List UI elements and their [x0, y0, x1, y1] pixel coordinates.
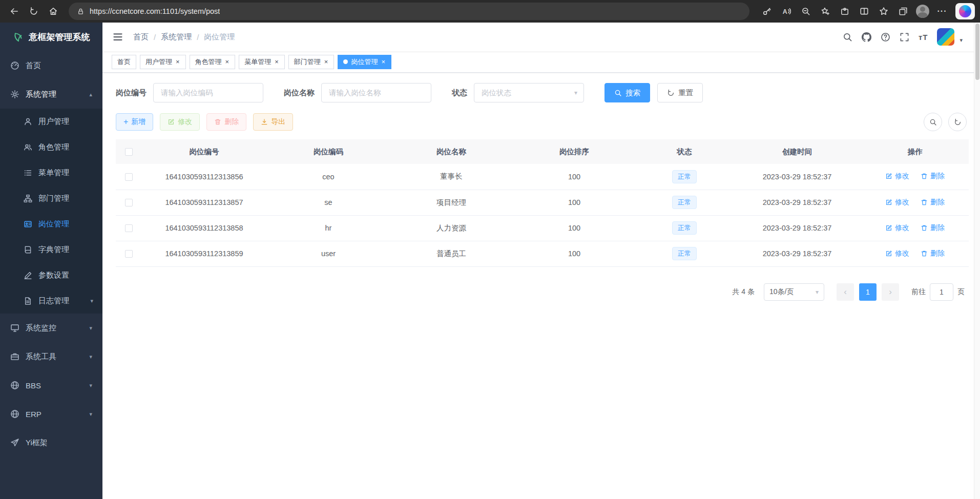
tab-close-icon[interactable]: × — [324, 58, 329, 65]
sidebar-item-home[interactable]: 首页 — [0, 51, 102, 80]
tab-home[interactable]: 首页 — [112, 55, 136, 69]
tab-departments[interactable]: 部门管理 × — [288, 55, 335, 69]
font-size-icon[interactable]: тT — [919, 33, 928, 41]
tab-users[interactable]: 用户管理 × — [140, 55, 186, 69]
sidebar-toggle-button[interactable] — [113, 32, 123, 42]
row-delete-link[interactable]: 删除 — [921, 198, 945, 207]
export-button[interactable]: 导出 — [253, 113, 293, 131]
sidebar-item-parameters[interactable]: 参数设置 — [0, 262, 102, 288]
prev-page-button[interactable]: ‹ — [837, 283, 854, 301]
plus-icon: + — [123, 118, 128, 126]
log-file-icon — [24, 297, 32, 305]
browser-refresh-button[interactable] — [25, 3, 43, 20]
browser-profile-avatar[interactable] — [913, 3, 932, 20]
cell-post-id: 1641030593112313856 — [141, 164, 267, 190]
toggle-search-button[interactable] — [924, 113, 942, 131]
browser-home-button[interactable] — [44, 3, 62, 20]
row-edit-link[interactable]: 修改 — [885, 172, 909, 181]
search-button[interactable]: 搜索 — [604, 83, 650, 102]
address-bar[interactable]: https://ccnetcore.com:1101/system/post — [69, 3, 749, 20]
page-number-button[interactable]: 1 — [859, 283, 877, 301]
password-key-icon[interactable] — [758, 3, 776, 20]
user-avatar[interactable] — [937, 28, 954, 46]
avatar-caret-icon[interactable]: ▾ — [960, 37, 963, 46]
header-search-icon[interactable] — [843, 32, 852, 42]
tab-roles[interactable]: 角色管理 × — [190, 55, 236, 69]
breadcrumb-home[interactable]: 首页 — [133, 32, 149, 42]
post-name-label: 岗位名称 — [284, 88, 315, 98]
read-aloud-icon[interactable]: A — [777, 3, 796, 20]
page-size-select[interactable]: 10条/页 ▾ — [764, 283, 824, 301]
split-screen-icon[interactable] — [855, 3, 873, 20]
edit-button[interactable]: 修改 — [160, 113, 200, 131]
tab-close-icon[interactable]: × — [274, 58, 279, 65]
add-favorite-icon[interactable] — [816, 3, 835, 20]
globe-icon — [10, 409, 19, 419]
table-header-row: 岗位编号 岗位编码 岗位名称 岗位排序 状态 创建时间 操作 — [116, 139, 969, 164]
refresh-icon — [954, 118, 962, 126]
breadcrumb-system[interactable]: 系统管理 — [161, 32, 192, 42]
favorites-bar-icon[interactable] — [874, 3, 893, 20]
sidebar-item-bbs[interactable]: BBS ▾ — [0, 371, 102, 400]
lock-icon — [77, 8, 85, 15]
row-checkbox[interactable] — [125, 224, 133, 232]
tab-close-icon[interactable]: × — [381, 58, 386, 65]
breadcrumb-current: 岗位管理 — [204, 32, 235, 42]
sidebar-item-tools[interactable]: 系统工具 ▾ — [0, 342, 102, 371]
goto-page-input[interactable] — [930, 283, 953, 301]
status-select[interactable]: 岗位状态 ▾ — [474, 83, 584, 102]
reset-button[interactable]: 重置 — [657, 83, 703, 102]
table-row: 1641030593112313859 user 普通员工 100 正常 202… — [116, 241, 969, 266]
row-checkbox[interactable] — [125, 173, 133, 181]
refresh-table-button[interactable] — [948, 113, 967, 131]
tab-close-icon[interactable]: × — [175, 58, 180, 65]
collections-icon[interactable] — [894, 3, 912, 20]
row-checkbox[interactable] — [125, 199, 133, 206]
fullscreen-icon[interactable] — [900, 32, 909, 42]
help-icon[interactable] — [881, 32, 890, 42]
row-delete-link[interactable]: 删除 — [921, 249, 945, 258]
active-tab-dot — [343, 59, 348, 64]
tab-posts[interactable]: 岗位管理 × — [338, 55, 391, 69]
row-delete-link[interactable]: 删除 — [921, 172, 945, 181]
browser-back-button[interactable] — [5, 3, 24, 20]
github-icon[interactable] — [862, 32, 871, 42]
post-name-input[interactable] — [321, 83, 431, 102]
sidebar-item-roles[interactable]: 角色管理 — [0, 134, 102, 160]
row-edit-link[interactable]: 修改 — [885, 223, 909, 233]
cell-post-sort: 100 — [513, 215, 636, 241]
page-scrollbar[interactable] — [974, 23, 980, 499]
scrollbar-thumb[interactable] — [975, 24, 979, 80]
cell-post-sort: 100 — [513, 241, 636, 266]
delete-button[interactable]: 删除 — [206, 113, 246, 131]
copilot-button[interactable] — [955, 3, 975, 19]
tab-close-icon[interactable]: × — [225, 58, 230, 65]
search-icon — [929, 118, 937, 126]
next-page-button[interactable]: › — [882, 283, 899, 301]
post-code-label: 岗位编号 — [116, 88, 147, 98]
browser-more-icon[interactable]: ··· — [933, 3, 951, 20]
sidebar-item-users[interactable]: 用户管理 — [0, 109, 102, 134]
zoom-icon[interactable] — [797, 3, 815, 20]
pagination: 共 4 条 10条/页 ▾ ‹ 1 › 前往 页 — [116, 283, 967, 301]
row-delete-link[interactable]: 删除 — [921, 223, 945, 233]
row-edit-link[interactable]: 修改 — [885, 198, 909, 207]
post-code-input[interactable] — [153, 83, 263, 102]
browser-actions: A ··· — [758, 3, 975, 20]
sidebar-item-posts[interactable]: 岗位管理 — [0, 211, 102, 237]
sidebar-item-logs[interactable]: 日志管理 ▾ — [0, 288, 102, 314]
sidebar-item-menus[interactable]: 菜单管理 — [0, 160, 102, 185]
select-all-checkbox[interactable] — [125, 148, 133, 156]
tab-menus[interactable]: 菜单管理 × — [239, 55, 285, 69]
extensions-icon[interactable] — [836, 3, 854, 20]
row-edit-link[interactable]: 修改 — [885, 249, 909, 258]
edit-icon — [885, 199, 892, 206]
sidebar-item-monitor[interactable]: 系统监控 ▾ — [0, 314, 102, 342]
add-button[interactable]: + 新增 — [116, 113, 153, 131]
sidebar-item-dictionary[interactable]: 字典管理 — [0, 237, 102, 262]
sidebar-item-yi-framework[interactable]: Yi框架 — [0, 428, 102, 457]
sidebar-item-departments[interactable]: 部门管理 — [0, 185, 102, 211]
row-checkbox[interactable] — [125, 250, 133, 258]
sidebar-item-system[interactable]: 系统管理 ▴ — [0, 80, 102, 109]
sidebar-item-erp[interactable]: ERP ▾ — [0, 400, 102, 428]
